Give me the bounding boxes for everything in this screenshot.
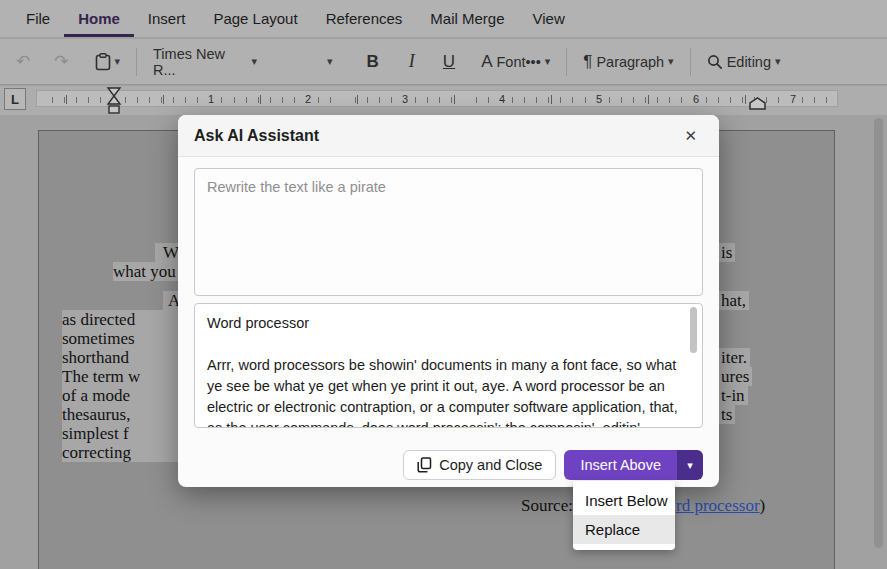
menu-item-replace[interactable]: Replace	[573, 515, 675, 544]
font-letter-icon: A	[481, 53, 492, 70]
doc-text-fragment: ures	[718, 367, 752, 386]
editing-menu-button[interactable]: Editing ▾	[701, 50, 787, 74]
font-menu-caret-icon: ▾	[545, 56, 551, 67]
font-family-caret-icon: ▾	[252, 56, 258, 67]
undo-button[interactable]: ↶	[10, 49, 36, 74]
bold-button[interactable]: B	[361, 48, 385, 76]
menu-bar: File Home Insert Page Layout References …	[0, 0, 887, 38]
doc-text-fragment: t-in	[718, 386, 748, 405]
undo-icon: ↶	[16, 53, 30, 70]
horizontal-ruler[interactable]: 1 2 3 4 5 6 7	[36, 90, 838, 107]
paragraph-caret-icon: ▾	[668, 56, 674, 67]
prompt-input[interactable]: Rewrite the text like a pirate	[194, 168, 703, 296]
insert-options-dropdown-button[interactable]: ▾	[677, 450, 703, 480]
doc-text-fragment: iter.	[718, 348, 750, 367]
ruler-number: 5	[592, 93, 606, 106]
editing-caret-icon: ▾	[775, 56, 781, 67]
ai-assistant-dialog: Ask AI Assistant ✕ Rewrite the text like…	[178, 115, 719, 487]
ruler-number: 4	[495, 93, 509, 106]
ruler-zone: L 1 2 3 4 5 6 7	[0, 86, 887, 115]
ruler-number: 6	[689, 93, 703, 106]
toolbar-separator	[690, 48, 691, 76]
ruler-number: 2	[301, 93, 315, 106]
doc-text-line: shorthand	[62, 348, 182, 367]
tab-view[interactable]: View	[519, 0, 579, 37]
result-scrollbar[interactable]	[690, 307, 697, 353]
font-more-label: Font•••	[496, 54, 540, 70]
doc-text-line: as directed	[62, 310, 182, 329]
paste-caret-icon: ▾	[115, 56, 121, 67]
tab-mail-merge[interactable]: Mail Merge	[416, 0, 518, 37]
font-family-select[interactable]: Times New R... ▾	[147, 42, 263, 82]
doc-text-line: what you	[113, 262, 182, 281]
doc-text-fragment: is	[718, 243, 735, 262]
tab-file[interactable]: File	[12, 0, 64, 37]
right-indent-marker[interactable]	[749, 97, 766, 110]
tab-home[interactable]: Home	[64, 0, 134, 37]
dialog-footer: Copy and Close Insert Above ▾	[178, 450, 703, 480]
doc-text-line: simplest f	[62, 424, 182, 443]
editing-label: Editing	[727, 54, 771, 70]
doc-text-line: thesaurus,	[62, 405, 182, 424]
app-window: File Home Insert Page Layout References …	[0, 0, 887, 569]
tab-references[interactable]: References	[312, 0, 417, 37]
paste-button[interactable]: ▾	[89, 49, 127, 75]
toolbar-separator	[566, 48, 567, 76]
chevron-down-icon: ▾	[687, 460, 693, 471]
doc-source-link-line: rd processor)	[676, 496, 765, 516]
doc-text-fragment: hat,	[718, 291, 749, 310]
indent-marker[interactable]	[106, 87, 122, 115]
font-size-select[interactable]: ▾	[321, 52, 339, 71]
tab-insert[interactable]: Insert	[134, 0, 200, 37]
font-size-caret-icon: ▾	[327, 56, 333, 67]
prompt-placeholder: Rewrite the text like a pirate	[207, 179, 386, 195]
toolbar-separator	[136, 48, 137, 76]
search-icon	[707, 54, 723, 70]
paste-icon	[95, 53, 111, 71]
font-family-value: Times New R...	[153, 46, 247, 78]
ruler-number: 7	[786, 93, 800, 106]
ruler-number: 1	[204, 93, 218, 106]
paragraph-label: Paragraph	[596, 54, 664, 70]
insert-above-split-button: Insert Above ▾	[564, 450, 703, 480]
vertical-scrollbar[interactable]	[874, 118, 883, 548]
doc-text-line: of a mode	[62, 386, 182, 405]
tab-stop-selector[interactable]: L	[4, 88, 26, 110]
copy-icon	[417, 457, 432, 473]
doc-source-label: Source:	[521, 496, 573, 516]
menu-item-insert-below[interactable]: Insert Below	[573, 486, 675, 515]
doc-link-suffix: )	[760, 496, 766, 515]
paragraph-menu-button[interactable]: ¶ Paragraph ▾	[577, 49, 679, 74]
pilcrow-icon: ¶	[583, 53, 592, 70]
insert-options-menu: Insert Below Replace	[573, 481, 675, 550]
insert-above-button[interactable]: Insert Above	[564, 450, 677, 480]
italic-button[interactable]: I	[403, 47, 421, 76]
dialog-header: Ask AI Assistant ✕	[178, 115, 719, 157]
copy-and-close-label: Copy and Close	[439, 457, 542, 473]
document-hyperlink[interactable]: rd processor	[676, 496, 760, 515]
toolbar: ↶ ↷ ▾ Times New R... ▾ ▾ B	[0, 39, 887, 85]
close-icon[interactable]: ✕	[678, 123, 703, 149]
result-textarea[interactable]: Word processor Arrr, word processors be …	[194, 303, 703, 428]
redo-button[interactable]: ↷	[48, 49, 74, 74]
doc-text-line: The term w	[62, 367, 182, 386]
underline-button[interactable]: U	[437, 48, 461, 76]
doc-text-line: correcting	[62, 443, 182, 462]
dialog-title: Ask AI Assistant	[194, 127, 678, 145]
underline-icon: U	[443, 52, 455, 72]
doc-text-fragment: ts	[718, 405, 735, 424]
copy-and-close-button[interactable]: Copy and Close	[403, 450, 556, 480]
bold-icon: B	[367, 52, 379, 72]
font-menu-button[interactable]: A Font••• ▾	[475, 49, 556, 74]
redo-icon: ↷	[54, 53, 68, 70]
doc-text-line: sometimes	[62, 329, 182, 348]
ruler-number: 3	[398, 93, 412, 106]
tab-page-layout[interactable]: Page Layout	[199, 0, 311, 37]
italic-icon: I	[409, 51, 415, 72]
